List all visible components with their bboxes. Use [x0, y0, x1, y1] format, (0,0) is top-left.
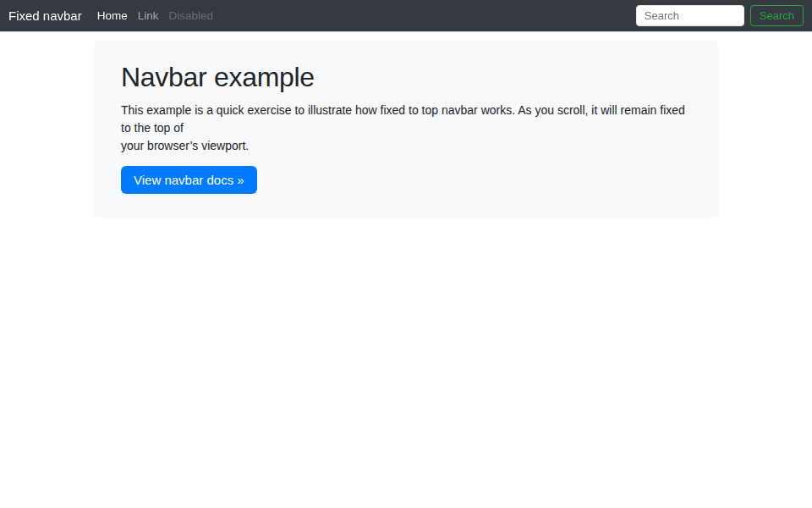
main-container: Navbar example This example is a quick e… [94, 0, 718, 218]
hero-panel: Navbar example This example is a quick e… [94, 41, 718, 218]
search-form: Search [636, 5, 804, 26]
page-title: Navbar example [121, 62, 691, 93]
view-navbar-docs-button[interactable]: View navbar docs » [121, 166, 257, 194]
nav-item-home[interactable]: Home [92, 9, 133, 22]
hero-description: This example is a quick exercise to illu… [121, 102, 691, 155]
top-navbar: Fixed navbar Home Link Disabled Search [0, 0, 812, 31]
hero-description-line2: your browser’s viewport. [121, 137, 691, 155]
navbar-nav: Home Link Disabled [92, 9, 218, 22]
nav-item-link[interactable]: Link [133, 9, 164, 22]
search-input[interactable] [636, 5, 744, 26]
nav-item-disabled: Disabled [164, 9, 219, 22]
search-button[interactable]: Search [750, 5, 804, 26]
navbar-brand[interactable]: Fixed navbar [8, 8, 82, 23]
hero-description-line1: This example is a quick exercise to illu… [121, 102, 691, 137]
